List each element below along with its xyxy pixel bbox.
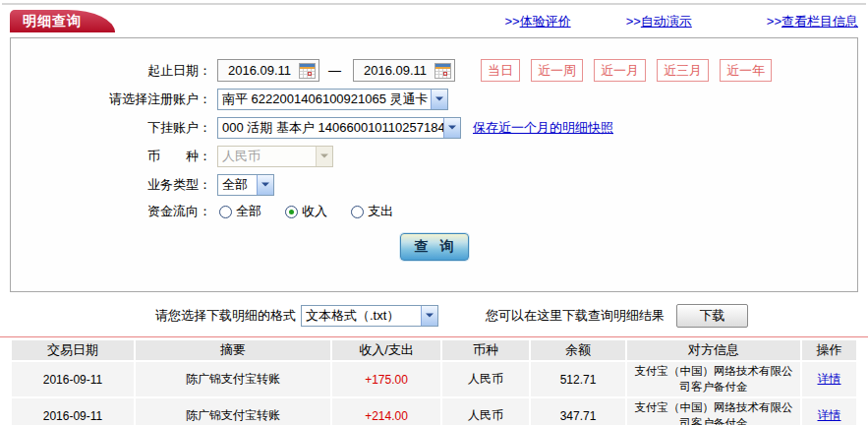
chevron-down-icon — [316, 147, 332, 166]
link-label: 体验评价 — [520, 14, 571, 29]
date-to-field[interactable] — [353, 59, 455, 82]
cell-currency: 人民币 — [442, 362, 529, 396]
detail-link[interactable]: 详情 — [818, 372, 841, 386]
sub-account-value: 000 活期 基本户 1406600101102571848 — [218, 119, 443, 137]
query-button-row: 查 询 — [11, 233, 857, 261]
radio-checked-icon — [285, 206, 298, 218]
date-separator: — — [328, 63, 341, 78]
link-prefix: >> — [767, 14, 781, 29]
quick-button-last-3-months[interactable]: 近三月 — [657, 59, 709, 82]
quick-button-last-month[interactable]: 近一月 — [594, 59, 646, 82]
quick-button-last-year[interactable]: 近一年 — [720, 59, 772, 82]
sub-account-row: 下挂账户： 000 活期 基本户 1406600101102571848 保存近… — [11, 117, 857, 139]
link-view-column-info[interactable]: >>查看栏目信息 — [767, 13, 858, 30]
cell-balance: 512.71 — [531, 362, 625, 396]
download-format-select[interactable]: 文本格式（.txt） — [301, 305, 438, 327]
link-prefix: >> — [504, 14, 519, 29]
link-label: 自动演示 — [641, 14, 692, 29]
radio-icon — [351, 206, 364, 218]
register-account-select[interactable]: 南平 6222001406100921065 灵通卡 — [217, 89, 448, 110]
download-hint: 您可以在这里下载查询明细结果 — [486, 307, 665, 325]
currency-select: 人民币 — [217, 146, 333, 167]
date-to-input[interactable] — [356, 63, 434, 78]
col-header-action: 操作 — [802, 340, 856, 360]
save-snapshot-link[interactable]: 保存近一个月的明细快照 — [473, 119, 613, 137]
cell-counterparty: 支付宝（中国）网络技术有限公司客户备付金 — [627, 362, 800, 396]
business-type-select[interactable]: 全部 — [217, 174, 274, 196]
download-bar: 请您选择下载明细的格式 文本格式（.txt） 您可以在这里下载查询明细结果 下载 — [155, 303, 858, 329]
link-label: 查看栏目信息 — [781, 14, 858, 29]
col-header-counterparty: 对方信息 — [627, 340, 800, 360]
table-row: 2016-09-11 陈广锦支付宝转账 +175.00 人民币 512.71 支… — [12, 362, 856, 396]
page-header: 明细查询 >>体验评价 >>自动演示 >>查看栏目信息 — [0, 10, 868, 37]
detail-link[interactable]: 详情 — [818, 408, 841, 422]
cell-action: 详情 — [802, 398, 856, 425]
flow-option-label: 全部 — [236, 203, 261, 220]
date-range-row: 起止日期： — — [11, 59, 857, 82]
download-button[interactable]: 下载 — [676, 304, 748, 328]
chevron-down-icon — [421, 306, 437, 326]
sub-account-label: 下挂账户： — [11, 119, 211, 137]
chevron-down-icon — [257, 175, 273, 195]
detail-query-page: { "header": { "tab_title": "明细查询", "link… — [0, 0, 868, 425]
flow-option-expense[interactable]: 支出 — [351, 203, 393, 220]
link-auto-demo[interactable]: >>自动演示 — [626, 13, 692, 30]
table-header-row: 交易日期 摘要 收入/支出 币种 余额 对方信息 操作 — [12, 340, 856, 360]
flow-option-label: 支出 — [368, 203, 393, 220]
col-header-balance: 余额 — [531, 340, 625, 360]
col-header-currency: 币种 — [442, 340, 529, 360]
flow-option-income[interactable]: 收入 — [285, 203, 327, 220]
link-prefix: >> — [626, 14, 641, 29]
flow-label: 资金流向： — [11, 203, 211, 220]
header-links: >>体验评价 >>自动演示 >>查看栏目信息 — [504, 13, 858, 30]
register-account-value: 南平 6222001406100921065 灵通卡 — [218, 91, 431, 108]
top-divider — [2, 3, 866, 5]
query-button[interactable]: 查 询 — [400, 233, 469, 261]
download-format-value: 文本格式（.txt） — [302, 307, 421, 325]
cell-counterparty: 支付宝（中国）网络技术有限公司客户备付金 — [627, 398, 800, 425]
quick-button-last-week[interactable]: 近一周 — [531, 59, 583, 82]
link-experience-review[interactable]: >>体验评价 — [504, 13, 570, 30]
business-type-row: 业务类型： 全部 — [11, 174, 857, 196]
col-header-summary: 摘要 — [136, 340, 330, 360]
currency-value: 人民币 — [218, 148, 316, 165]
quick-button-today[interactable]: 当日 — [481, 59, 520, 82]
cell-summary: 陈广锦支付宝转账 — [136, 362, 330, 396]
register-account-label: 请选择注册账户： — [11, 91, 211, 108]
sub-account-select[interactable]: 000 活期 基本户 1406600101102571848 — [217, 117, 461, 139]
register-account-row: 请选择注册账户： 南平 6222001406100921065 灵通卡 — [11, 89, 857, 110]
business-type-label: 业务类型： — [11, 176, 211, 194]
date-range-label: 起止日期： — [11, 62, 211, 80]
date-from-input[interactable] — [220, 63, 299, 78]
business-type-value: 全部 — [218, 176, 257, 194]
cell-currency: 人民币 — [442, 398, 529, 425]
cell-amount: +214.00 — [332, 398, 440, 425]
table-top-divider — [0, 336, 868, 337]
calendar-icon[interactable] — [299, 63, 316, 79]
chevron-down-icon — [443, 118, 460, 138]
flow-option-all[interactable]: 全部 — [219, 203, 261, 220]
date-from-field[interactable] — [217, 59, 319, 82]
cell-action: 详情 — [802, 362, 856, 396]
query-form-panel: 起止日期： — — [10, 37, 858, 292]
cell-date: 2016-09-11 — [12, 362, 134, 396]
flow-options: 全部 收入 支出 — [219, 203, 393, 220]
cell-balance: 347.71 — [531, 398, 625, 425]
col-header-amount: 收入/支出 — [332, 340, 440, 360]
cell-date: 2016-09-11 — [12, 398, 134, 425]
download-format-label: 请您选择下载明细的格式 — [155, 307, 296, 325]
flow-option-label: 收入 — [302, 203, 327, 220]
flow-row: 资金流向： 全部 收入 支出 — [11, 203, 857, 220]
currency-label: 币 种： — [11, 148, 211, 165]
radio-icon — [219, 206, 232, 218]
cell-amount: +175.00 — [332, 362, 440, 396]
page-title: 明细查询 — [23, 13, 82, 29]
tab-detail-query[interactable]: 明细查询 — [10, 10, 115, 32]
transactions-table: 交易日期 摘要 收入/支出 币种 余额 对方信息 操作 2016-09-11 陈… — [10, 338, 858, 425]
currency-row: 币 种： 人民币 — [11, 146, 857, 167]
col-header-date: 交易日期 — [12, 340, 134, 360]
calendar-icon[interactable] — [434, 63, 451, 79]
chevron-down-icon — [431, 90, 447, 109]
table-row: 2016-09-11 陈广锦支付宝转账 +214.00 人民币 347.71 支… — [12, 398, 856, 425]
cell-summary: 陈广锦支付宝转账 — [136, 398, 330, 425]
